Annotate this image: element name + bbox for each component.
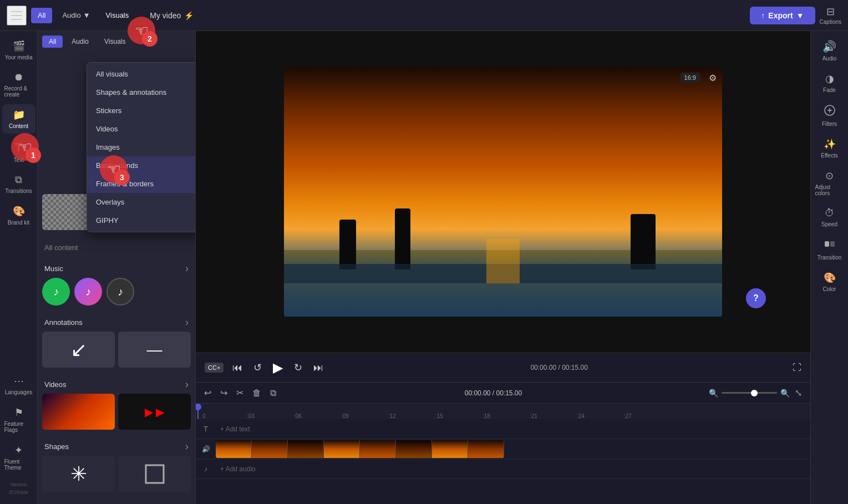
- magic-icon: ⚡: [184, 11, 194, 20]
- duplicate-btn[interactable]: ⧉: [268, 386, 278, 400]
- forward-btn[interactable]: ↻: [292, 359, 304, 376]
- add-audio-btn[interactable]: + Add audio: [216, 461, 808, 477]
- export-icon: ↑: [761, 11, 765, 20]
- annotations-more-btn[interactable]: ›: [185, 317, 189, 328]
- video-track: 🔊: [196, 439, 810, 459]
- dropdown-item-giphy[interactable]: GIPHY: [87, 211, 196, 230]
- video-settings-btn[interactable]: ⚙: [709, 73, 717, 83]
- add-text-btn[interactable]: + Add text: [216, 421, 808, 437]
- sidebar-item-fade[interactable]: ◑ Fade: [813, 68, 846, 98]
- tab-audio[interactable]: Audio ▼: [57, 9, 95, 22]
- expand-btn[interactable]: ⤡: [793, 386, 804, 400]
- sidebar-item-transition[interactable]: Transition: [813, 234, 846, 265]
- panel-tab-audio[interactable]: Audio: [65, 35, 95, 48]
- dropdown-item-overlays[interactable]: Overlays ›: [87, 193, 196, 211]
- ruler-mark-1: :03: [247, 413, 255, 419]
- sidebar-item-audio[interactable]: 🔊 Audio: [813, 35, 846, 66]
- text-track-content[interactable]: + Add text: [216, 421, 808, 437]
- video-thumb-2[interactable]: ▶ ▶: [118, 394, 191, 430]
- feature-icon: ⚑: [14, 406, 23, 419]
- video-thumbnails: [216, 440, 504, 458]
- cut-btn[interactable]: ✂: [235, 386, 245, 400]
- video-preview: ⚙ 16:9: [284, 67, 722, 317]
- ruler-mark-4: :12: [388, 413, 396, 419]
- skip-forward-btn[interactable]: ⏭: [311, 360, 326, 376]
- play-button[interactable]: ▶: [271, 358, 285, 378]
- video-track-label: 🔊: [198, 445, 214, 453]
- undo-btn[interactable]: ↩: [202, 386, 213, 400]
- panel-tab-visuals[interactable]: Visuals: [98, 35, 132, 48]
- shape-thumb-2[interactable]: [118, 456, 191, 492]
- annotation-thumb-2[interactable]: —: [118, 332, 191, 368]
- sidebar-item-record-create[interactable]: ⏺ Record & create: [2, 67, 35, 102]
- visuals-dropdown: All visuals Shapes & annotations Sticker…: [87, 62, 196, 232]
- video-track-content[interactable]: [216, 439, 808, 459]
- sidebar-item-transitions[interactable]: ⧉ Transitions: [2, 170, 35, 198]
- delete-btn[interactable]: 🗑: [251, 386, 263, 400]
- sidebar-item-feature-flags[interactable]: ⚑ Feature Flags: [2, 402, 35, 437]
- sidebar-item-fluent-theme[interactable]: ✦ Fluent Theme: [2, 440, 35, 475]
- music-btn-dark[interactable]: ♪: [106, 278, 134, 306]
- sidebar-item-your-media[interactable]: 🎬 Your media: [2, 35, 35, 65]
- annotation-thumb-1[interactable]: ↙: [42, 332, 115, 368]
- video-clip[interactable]: [216, 440, 504, 458]
- timeline: ↩ ↪ ✂ 🗑 ⧉ 00:00.00 / 00:15.00 🔍 🔍 ⤡: [196, 382, 810, 504]
- sidebar-item-brand-kit[interactable]: 🎨 Brand kit: [2, 201, 35, 230]
- shape-thumb-1[interactable]: ✳: [42, 456, 115, 492]
- dropdown-item-frames-borders[interactable]: Frames & borders: [87, 175, 196, 193]
- timeline-tracks: T + Add text 🔊: [196, 419, 810, 504]
- redo-btn[interactable]: ↪: [219, 386, 229, 400]
- menu-button[interactable]: [7, 6, 27, 26]
- sidebar-item-speed[interactable]: ⏱ Speed: [813, 203, 846, 232]
- transitions-icon: ⧉: [15, 174, 22, 186]
- transition-icon: [824, 238, 835, 252]
- aspect-ratio-badge[interactable]: 16:9: [681, 73, 700, 83]
- panel-tab-all[interactable]: All: [42, 35, 63, 48]
- dropdown-item-stickers[interactable]: Stickers: [87, 101, 196, 120]
- ruler-mark-3: :09: [341, 413, 349, 419]
- shapes-more-btn[interactable]: ›: [185, 441, 189, 452]
- sidebar-item-color[interactable]: 🎨 Color: [813, 267, 846, 297]
- music-btn-green[interactable]: ♪: [42, 278, 70, 306]
- playhead[interactable]: [197, 404, 199, 419]
- videos-more-btn[interactable]: ›: [185, 379, 189, 390]
- sidebar-item-text[interactable]: T Text: [2, 136, 35, 167]
- fullscreen-btn[interactable]: ⛶: [793, 363, 801, 373]
- shapes-grid: ✳: [42, 456, 191, 492]
- export-button[interactable]: ↑ Export ▼: [750, 7, 815, 24]
- sidebar-item-content[interactable]: 📁 Content: [2, 104, 35, 134]
- sidebar-item-filters[interactable]: Filters: [813, 100, 846, 131]
- zoom-slider[interactable]: [722, 392, 777, 394]
- sidebar-item-effects[interactable]: ✨ Effects: [813, 134, 846, 163]
- dropdown-item-backgrounds[interactable]: Backgrounds: [87, 156, 196, 175]
- all-content-label: All content: [38, 239, 195, 254]
- annotations-grid: ↙ —: [42, 332, 191, 368]
- ruler-mark-8: :24: [577, 413, 585, 419]
- sidebar-item-languages[interactable]: ⋯ Languages: [2, 370, 35, 400]
- tab-visuals[interactable]: Visuals: [100, 9, 135, 22]
- sidebar-item-adjust-colors[interactable]: ⊙ Adjust colors: [813, 165, 846, 201]
- panel-tabs: All Audio Visuals: [38, 31, 195, 48]
- help-button[interactable]: ?: [746, 288, 766, 308]
- dropdown-item-images[interactable]: Images: [87, 138, 196, 156]
- video-thumb-1[interactable]: [42, 394, 115, 430]
- timeline-time: 00:00.00 / 00:15.00: [465, 389, 522, 397]
- dropdown-item-videos[interactable]: Videos ›: [87, 120, 196, 138]
- skip-back-btn[interactable]: ⏮: [230, 360, 245, 376]
- music-note-icon: ♪: [53, 286, 59, 298]
- rewind-btn[interactable]: ↺: [251, 359, 264, 376]
- dropdown-item-all-visuals[interactable]: All visuals: [87, 65, 196, 83]
- audio-track-content[interactable]: + Add audio: [216, 461, 808, 477]
- music-btn-purple[interactable]: ♪: [74, 278, 102, 306]
- cc-button[interactable]: CC+: [205, 363, 224, 373]
- right-sidebar: 🔊 Audio ◑ Fade Filters ✨ Effects ⊙ Adjus…: [810, 31, 848, 504]
- ruler-mark-7: :21: [530, 413, 537, 419]
- ruler-mark-5: :15: [435, 413, 443, 419]
- captions-button[interactable]: ⊟ Captions: [820, 6, 841, 25]
- project-title[interactable]: My video ⚡: [150, 11, 194, 20]
- music-more-btn[interactable]: ›: [185, 263, 189, 274]
- tab-all[interactable]: All: [31, 8, 52, 23]
- fade-icon: ◑: [825, 73, 834, 85]
- theme-icon: ✦: [14, 444, 23, 456]
- dropdown-item-shapes[interactable]: Shapes & annotations: [87, 83, 196, 101]
